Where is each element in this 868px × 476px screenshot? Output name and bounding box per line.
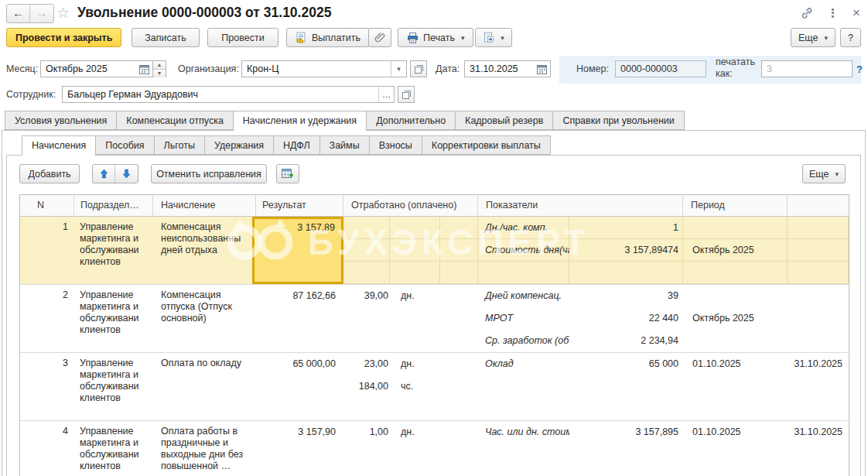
move-up-button[interactable] [93, 165, 115, 183]
print-as-help-link[interactable]: ? [856, 63, 863, 75]
indicator-value-cell[interactable]: 3 157,895 [569, 421, 683, 443]
post-button[interactable]: Провести [207, 28, 279, 47]
subtab-займы[interactable]: Займы [320, 135, 370, 155]
worked-unit-cell[interactable]: дн. [390, 353, 440, 375]
period-end-cell[interactable] [788, 330, 849, 352]
organization-dropdown-icon[interactable]: ▾ [391, 61, 406, 77]
indicator-subcell[interactable] [343, 239, 390, 262]
tab-кадровый-резерв[interactable]: Кадровый резерв [456, 111, 553, 130]
period-cell[interactable] [683, 330, 788, 352]
table-row[interactable]: 1Управление маркетинга и обслуживани кли… [20, 217, 849, 285]
worked-value-cell[interactable]: 39,00 [343, 285, 390, 307]
period-end-cell[interactable] [788, 217, 849, 239]
forward-button[interactable]: → [30, 5, 53, 22]
month-input[interactable]: Октябрь 2025 [40, 60, 153, 77]
month-spinner[interactable]: ▲ ▼ [153, 60, 166, 77]
result-cell[interactable]: 3 157,90 [256, 421, 343, 476]
period-cell[interactable]: 01.10.2025 [683, 421, 788, 443]
accrual-cell[interactable]: Компенсация отпуска (Отпуск основной) [153, 285, 256, 352]
header-n[interactable]: N [20, 195, 74, 216]
indicator-name-cell[interactable]: Стоимость дня(ча… [478, 239, 569, 262]
indicator-name-cell[interactable]: Дней компенсац. [478, 285, 569, 307]
save-button[interactable]: Записать [132, 28, 200, 47]
calendar-icon[interactable] [135, 64, 152, 74]
header-department[interactable]: Подраздел… [74, 195, 153, 216]
indicator-name-cell[interactable]: Оклад [478, 353, 569, 375]
print-button[interactable]: Печать ▾ [398, 28, 473, 47]
period-cell[interactable] [683, 217, 788, 239]
header-indicators[interactable]: Показатели [478, 195, 683, 216]
worked-value-cell[interactable]: 23,00 [343, 353, 390, 375]
table-row[interactable]: 3Управление маркетинга и обслуживани кли… [20, 353, 849, 421]
recalculate-icon-button[interactable] [276, 164, 299, 183]
date-input[interactable]: 31.10.2025 [464, 60, 551, 77]
accrual-cell[interactable]: Компенсация неиспользованны дней отдыха [153, 217, 256, 284]
indicator-name-cell[interactable]: Дн./час. комп. [478, 217, 569, 239]
worked-unit-cell[interactable]: дн. [390, 285, 440, 307]
indicator-value-cell[interactable]: 39 [569, 285, 683, 307]
period-end-cell[interactable] [788, 262, 849, 284]
tab-справки-при-увольнении[interactable]: Справки при увольнении [553, 111, 684, 130]
indicator-subcell[interactable] [390, 239, 440, 262]
subtab-ндфл[interactable]: НДФЛ [274, 135, 320, 155]
indicator-name-cell[interactable] [478, 262, 569, 284]
department-cell[interactable]: Управление маркетинга и обслуживани клие… [74, 285, 153, 352]
result-cell[interactable]: 87 162,66 [256, 285, 343, 352]
indicator-name-cell[interactable]: Ср. заработок (общ.) [478, 330, 569, 352]
result-cell-selected[interactable]: 3 157,89 [252, 217, 343, 284]
indicator-value-cell[interactable]: 1 [569, 217, 683, 239]
employee-input[interactable]: Бальцер Герман Эдуардович ... [62, 86, 395, 103]
period-end-cell[interactable] [788, 239, 849, 262]
subtab-удержания[interactable]: Удержания [205, 135, 274, 155]
period-cell[interactable] [683, 285, 788, 307]
organization-open-button[interactable] [410, 60, 427, 77]
indicator-subcell[interactable] [390, 262, 440, 284]
period-cell[interactable] [683, 262, 788, 284]
attachments-button[interactable] [368, 28, 391, 47]
indicator-subcell[interactable] [440, 239, 478, 262]
employee-choose-icon[interactable]: ... [378, 87, 394, 102]
tab-компенсации-отпуска[interactable]: Компенсации отпуска [117, 111, 233, 130]
department-cell[interactable]: Управление маркетинга и обслуживани клие… [74, 421, 153, 476]
exchange-button[interactable]: ▾ [475, 28, 512, 47]
close-icon[interactable]: × [853, 6, 860, 19]
indicator-value-cell[interactable]: 2 234,94 [569, 330, 683, 352]
move-down-button[interactable] [115, 165, 138, 183]
subtab-пособия[interactable]: Пособия [96, 135, 154, 155]
header-worked[interactable]: Отработано (оплачено) [343, 195, 478, 216]
accrual-cell[interactable]: Оплата работы в праздничные и выходные д… [153, 421, 256, 476]
period-cell[interactable]: Октябрь 2025 [683, 239, 788, 262]
header-result[interactable]: Результат [256, 195, 343, 216]
indicator-value-cell[interactable] [569, 262, 683, 284]
department-cell[interactable]: Управление маркетинга и обслуживани клие… [74, 353, 153, 420]
organization-input[interactable]: Крон-Ц ▾ [241, 60, 407, 77]
indicator-subcell[interactable] [343, 217, 390, 239]
period-end-cell[interactable]: 31.10.2025 [788, 421, 849, 443]
worked-unit-cell[interactable]: чс. [390, 375, 440, 398]
undo-corrections-button[interactable]: Отменить исправления [151, 164, 267, 183]
pay-button[interactable]: Выплатить [286, 28, 370, 47]
number-input[interactable]: 0000-000003 [615, 60, 706, 77]
tab-условия-увольнения[interactable]: Условия увольнения [5, 111, 117, 130]
period-end-cell[interactable]: 31.10.2025 [788, 353, 849, 375]
subtab-корректировки-выплаты[interactable]: Корректировки выплаты [422, 135, 551, 155]
date-calendar-icon[interactable] [533, 64, 550, 74]
table-row[interactable]: 2Управление маркетинга и обслуживани кли… [20, 285, 849, 353]
indicator-subcell[interactable] [440, 262, 478, 284]
spin-down-icon[interactable]: ▼ [153, 70, 166, 77]
worked-value-cell[interactable]: 1,00 [343, 421, 390, 443]
indicator-subcell[interactable] [390, 217, 440, 239]
tab-начисления-и-удержания[interactable]: Начисления и удержания [234, 111, 367, 131]
indicator-name-cell[interactable]: Час. или дн. стоим. [478, 421, 569, 443]
header-period[interactable]: Период [683, 195, 788, 216]
favorite-star-icon[interactable]: ☆ [56, 4, 70, 22]
table-row[interactable]: 4Управление маркетинга и обслуживани кли… [20, 421, 849, 476]
back-button[interactable]: ← [7, 5, 30, 22]
post-and-close-button[interactable]: Провести и закрыть [6, 28, 121, 47]
worked-unit-cell[interactable]: дн. [390, 421, 440, 443]
department-cell[interactable]: Управление маркетинга и обслуживани клие… [74, 217, 153, 284]
header-accrual[interactable]: Начисление [153, 195, 256, 216]
link-icon[interactable] [801, 7, 813, 19]
period-end-cell[interactable] [788, 285, 849, 307]
indicator-subcell[interactable] [440, 217, 478, 239]
